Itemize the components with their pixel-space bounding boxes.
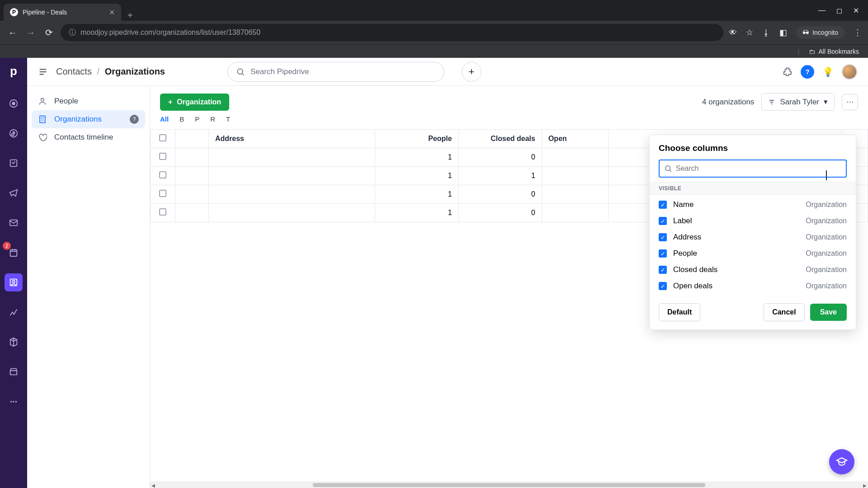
alpha-filter-p[interactable]: P — [195, 115, 199, 123]
save-button[interactable]: Save — [810, 304, 847, 321]
cancel-button[interactable]: Cancel — [764, 303, 804, 321]
global-search-input[interactable]: Search Pipedrive — [227, 62, 444, 82]
sidepanel-icon[interactable]: ◧ — [779, 28, 787, 38]
select-all-checkbox[interactable] — [151, 130, 175, 148]
logo-icon[interactable]: p — [10, 64, 17, 78]
url-text: moodjoy.pipedrive.com/organizations/list… — [80, 28, 260, 37]
rail-more-icon[interactable] — [5, 393, 23, 411]
alpha-filter-all[interactable]: All — [160, 115, 169, 123]
avatar[interactable] — [842, 64, 857, 80]
sidebar-item-timeline[interactable]: Contacts timeline — [32, 128, 145, 146]
alpha-filter-t[interactable]: T — [226, 115, 230, 123]
more-actions-button[interactable]: ⋯ — [842, 94, 858, 110]
rail-leads-icon[interactable] — [5, 94, 23, 113]
column-option-label: People — [673, 249, 697, 258]
cell-name — [175, 204, 209, 222]
reload-icon[interactable]: ⟳ — [42, 27, 55, 38]
column-option[interactable]: ✓ Open deals Organization — [650, 278, 856, 294]
add-button[interactable]: + — [462, 62, 481, 82]
horizontal-scrollbar[interactable]: ◀ ▶ — [150, 482, 868, 488]
checkbox-icon[interactable]: ✓ — [659, 217, 667, 225]
breadcrumb-root[interactable]: Contacts — [56, 66, 92, 76]
sidebar-item-organizations[interactable]: Organizations ? — [32, 110, 145, 128]
menu-toggle-icon[interactable] — [38, 67, 48, 77]
scroll-right-icon[interactable]: ▶ — [862, 482, 868, 488]
svg-point-9 — [13, 401, 14, 403]
extensions-icon[interactable] — [783, 67, 793, 77]
row-checkbox[interactable] — [151, 185, 175, 204]
minimize-icon[interactable]: — — [818, 6, 826, 14]
row-checkbox[interactable] — [151, 148, 175, 167]
new-tab-button[interactable]: + — [121, 10, 139, 21]
tips-icon[interactable]: 💡 — [822, 66, 834, 77]
rail-mail-icon[interactable] — [5, 214, 23, 232]
owner-filter[interactable]: Sarah Tyler ▾ — [761, 93, 835, 111]
add-organization-button[interactable]: + Organization — [160, 94, 229, 111]
table-header-open[interactable]: Open — [542, 130, 608, 148]
default-button[interactable]: Default — [659, 303, 700, 321]
rail-projects-icon[interactable] — [5, 154, 23, 172]
checkbox-icon[interactable]: ✓ — [659, 233, 667, 241]
site-info-icon[interactable]: ⓘ — [69, 28, 76, 38]
rail-products-icon[interactable] — [5, 333, 23, 351]
cell-open — [542, 148, 608, 167]
rail-contacts-icon[interactable] — [5, 273, 23, 291]
row-checkbox[interactable] — [151, 204, 175, 222]
text-cursor — [826, 170, 827, 180]
scrollbar-thumb[interactable] — [313, 483, 705, 487]
forward-icon: → — [24, 28, 37, 38]
checkbox-icon[interactable]: ✓ — [659, 249, 667, 258]
browser-tab[interactable]: P Pipeline - Deals ✕ — [4, 4, 121, 21]
column-option[interactable]: ✓ Address Organization — [650, 229, 856, 245]
alpha-filter-b[interactable]: B — [179, 115, 184, 123]
close-icon[interactable]: ✕ — [109, 8, 115, 17]
sidebar-item-label: Organizations — [54, 115, 102, 124]
column-list[interactable]: ✓ Name Organization✓ Label Organization✓… — [650, 195, 856, 296]
column-option[interactable]: ✓ Label Organization — [650, 213, 856, 229]
table-header-name[interactable] — [175, 130, 209, 148]
table-header-closed[interactable]: Closed deals — [458, 130, 542, 148]
column-option[interactable]: ✓ Name Organization — [650, 197, 856, 213]
column-option[interactable]: ✓ Closed deals Organization — [650, 262, 856, 278]
academy-fab[interactable] — [829, 449, 854, 474]
column-search-field[interactable] — [676, 164, 841, 173]
alpha-filter-r[interactable]: R — [210, 115, 215, 123]
checkbox-icon[interactable]: ✓ — [659, 266, 667, 274]
sidebar: People Organizations ? Contacts timeline — [27, 86, 150, 488]
rail-activities-icon[interactable]: 2 — [5, 244, 23, 262]
window-controls: — ◻ ✕ — [809, 0, 868, 21]
row-checkbox[interactable] — [151, 167, 175, 185]
eye-off-icon[interactable]: 👁 — [729, 28, 737, 38]
column-search-input[interactable] — [659, 160, 847, 178]
rail-deals-icon[interactable] — [5, 124, 23, 142]
all-bookmarks-button[interactable]: All Bookmarks — [819, 48, 859, 55]
rail-insights-icon[interactable] — [5, 303, 23, 321]
sidebar-item-people[interactable]: People — [32, 92, 145, 110]
kebab-icon[interactable]: ⋮ — [854, 28, 862, 38]
close-window-icon[interactable]: ✕ — [853, 6, 859, 15]
column-option-group: Organization — [806, 217, 847, 225]
search-icon — [236, 67, 245, 76]
url-bar[interactable]: ⓘ moodjoy.pipedrive.com/organizations/li… — [61, 24, 723, 41]
back-icon[interactable]: ← — [6, 28, 19, 38]
table-header-people[interactable]: People — [375, 130, 458, 148]
help-icon[interactable]: ? — [801, 65, 814, 79]
cell-name — [175, 185, 209, 204]
popover-title: Choose columns — [650, 143, 856, 160]
rail-campaigns-icon[interactable] — [5, 184, 23, 202]
table-header-address[interactable]: Address — [208, 130, 375, 148]
column-option[interactable]: ✓ People Organization — [650, 245, 856, 262]
scroll-left-icon[interactable]: ◀ — [150, 482, 156, 488]
cell-name — [175, 167, 209, 185]
owner-filter-label: Sarah Tyler — [780, 98, 819, 107]
tab-title: Pipeline - Deals — [23, 9, 67, 16]
person-icon — [38, 97, 48, 106]
incognito-indicator[interactable]: 🕶 Incognito — [796, 26, 844, 39]
help-badge-icon[interactable]: ? — [130, 115, 139, 124]
star-icon[interactable]: ☆ — [746, 28, 753, 38]
checkbox-icon[interactable]: ✓ — [659, 282, 667, 290]
rail-marketplace-icon[interactable] — [5, 363, 23, 381]
checkbox-icon[interactable]: ✓ — [659, 201, 667, 209]
maximize-icon[interactable]: ◻ — [836, 6, 842, 15]
download-icon[interactable]: ⭳ — [762, 28, 770, 38]
